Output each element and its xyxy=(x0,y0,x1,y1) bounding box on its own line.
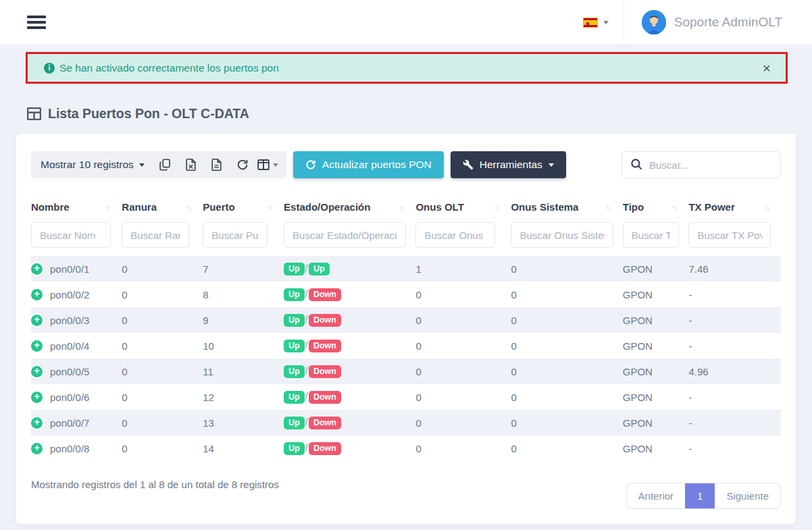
filter-input-ranura[interactable] xyxy=(122,222,189,248)
search-input[interactable] xyxy=(621,151,781,178)
operacion-badge: Down xyxy=(309,365,341,379)
sort-icon[interactable]: ↑↓ xyxy=(105,203,109,211)
sort-icon[interactable]: ↑↓ xyxy=(606,203,611,211)
excel-file-icon[interactable] xyxy=(180,153,203,176)
pagination-page-1[interactable]: 1 xyxy=(685,483,715,508)
close-icon[interactable]: × xyxy=(763,61,771,75)
expand-row-icon[interactable]: + xyxy=(31,340,43,352)
expand-row-icon[interactable]: + xyxy=(31,289,43,300)
sort-icon[interactable]: ↑↓ xyxy=(399,203,403,211)
user-name: Soporte AdminOLT xyxy=(674,15,782,30)
expand-row-icon[interactable]: + xyxy=(31,315,43,326)
cell-onus-olt: 0 xyxy=(415,384,511,410)
language-dropdown[interactable] xyxy=(568,18,624,28)
column-header-onusolt[interactable]: Onus OLT↑↓ xyxy=(415,196,511,219)
badge-separator: / xyxy=(305,390,308,402)
operacion-badge: Down xyxy=(309,340,341,353)
sort-icon[interactable]: ↑↓ xyxy=(671,203,676,211)
column-label: Nombre xyxy=(31,201,70,213)
page-title: Lista Puertos Pon - OLT C-DATA xyxy=(48,106,249,122)
cell-ranura: 0 xyxy=(122,282,203,307)
column-label: Estado/Operación xyxy=(284,201,370,213)
expand-row-icon[interactable]: + xyxy=(31,263,43,275)
filter-input-nombre[interactable] xyxy=(31,222,111,248)
hamburger-menu-icon[interactable] xyxy=(27,13,46,32)
port-name: pon0/0/2 xyxy=(50,289,89,300)
spain-flag-icon xyxy=(583,18,598,28)
operacion-badge: Down xyxy=(309,314,341,327)
cell-estado-operacion: Up/Down xyxy=(284,333,415,359)
cell-tipo: GPON xyxy=(623,256,689,282)
refresh-icon xyxy=(305,159,316,170)
show-records-dropdown[interactable]: Mostrar 10 registros xyxy=(39,159,151,171)
expand-row-icon[interactable]: + xyxy=(31,366,43,377)
cell-onus-sistema: 0 xyxy=(511,333,622,359)
cell-estado-operacion: Up/Down xyxy=(284,359,415,384)
tools-dropdown-button[interactable]: Herramientas xyxy=(451,151,566,178)
cell-ranura: 0 xyxy=(122,307,203,333)
badge-separator: / xyxy=(305,288,308,299)
copy-icon[interactable] xyxy=(154,153,177,176)
badge-separator: / xyxy=(305,339,308,350)
column-header-tipo[interactable]: Tipo↑↓ xyxy=(623,196,689,219)
column-header-estado[interactable]: Estado/Operación↑↓ xyxy=(284,196,415,219)
info-icon: i xyxy=(44,63,55,74)
filter-input-puerto[interactable] xyxy=(203,222,268,248)
column-header-puerto[interactable]: Puerto↑↓ xyxy=(203,196,284,219)
cell-ranura: 0 xyxy=(122,256,203,282)
update-pon-ports-button[interactable]: Actualizar puertos PON xyxy=(293,151,444,178)
operacion-badge: Down xyxy=(309,391,341,404)
filter-input-tx[interactable] xyxy=(688,222,771,248)
cell-ranura: 0 xyxy=(122,435,203,461)
refresh-icon[interactable] xyxy=(231,153,254,176)
filter-input-estado[interactable] xyxy=(284,222,406,248)
columns-icon[interactable] xyxy=(257,153,280,176)
filter-input-tipo[interactable] xyxy=(623,222,680,248)
cell-onus-sistema: 0 xyxy=(511,359,622,384)
column-label: Ranura xyxy=(122,201,157,213)
column-header-nombre[interactable]: Nombre↑↓ xyxy=(31,196,122,219)
sort-icon[interactable]: ↑↓ xyxy=(764,203,769,211)
badge-separator: / xyxy=(305,442,308,453)
sort-icon[interactable]: ↑↓ xyxy=(186,203,191,211)
column-header-onussis[interactable]: Onus Sistema↑↓ xyxy=(511,196,622,219)
success-alert: i Se han activado correctamente los puer… xyxy=(26,52,788,84)
filter-input-onussis[interactable] xyxy=(511,222,613,248)
badge-separator: / xyxy=(305,416,308,427)
column-label: Tipo xyxy=(623,201,644,213)
cell-onus-olt: 0 xyxy=(415,282,511,307)
operacion-badge: Down xyxy=(309,417,341,430)
sort-icon[interactable]: ↑↓ xyxy=(267,203,272,211)
user-menu[interactable]: Soporte AdminOLT xyxy=(624,10,798,34)
column-label: Onus OLT xyxy=(415,201,463,213)
column-header-tx[interactable]: TX Power↑↓ xyxy=(688,196,781,219)
cell-estado-operacion: Up/Down xyxy=(284,410,415,435)
port-name: pon0/0/5 xyxy=(50,366,89,377)
cell-puerto: 7 xyxy=(203,256,284,282)
sort-icon[interactable]: ↑↓ xyxy=(494,203,499,211)
estado-badge: Up xyxy=(284,263,305,276)
cell-ranura: 0 xyxy=(122,359,203,384)
expand-row-icon[interactable]: + xyxy=(31,417,43,429)
search-icon xyxy=(630,158,643,171)
table-row: +pon0/0/309Up/Down00GPON- xyxy=(31,307,781,333)
badge-separator: / xyxy=(305,365,308,376)
port-name: pon0/0/4 xyxy=(50,340,89,352)
port-name: pon0/0/8 xyxy=(50,443,89,454)
expand-row-icon[interactable]: + xyxy=(31,443,43,454)
cell-ranura: 0 xyxy=(122,384,203,410)
column-header-ranura[interactable]: Ranura↑↓ xyxy=(122,196,203,219)
cell-puerto: 13 xyxy=(203,410,284,435)
cell-puerto: 8 xyxy=(203,282,284,307)
table-row: +pon0/0/6012Up/Down00GPON- xyxy=(31,384,781,410)
records-info: Mostrando registros del 1 al 8 de un tot… xyxy=(31,476,279,490)
cell-estado-operacion: Up/Down xyxy=(284,435,415,461)
pagination-next[interactable]: Siguiente xyxy=(715,483,780,508)
cell-onus-olt: 0 xyxy=(415,410,511,435)
pagination-prev[interactable]: Anterior xyxy=(627,483,686,508)
file-icon[interactable] xyxy=(205,153,228,176)
table-footer: Mostrando registros del 1 al 8 de un tot… xyxy=(31,476,781,509)
filter-input-onusolt[interactable] xyxy=(415,222,495,248)
cell-onus-sistema: 0 xyxy=(511,282,622,307)
expand-row-icon[interactable]: + xyxy=(31,392,43,403)
